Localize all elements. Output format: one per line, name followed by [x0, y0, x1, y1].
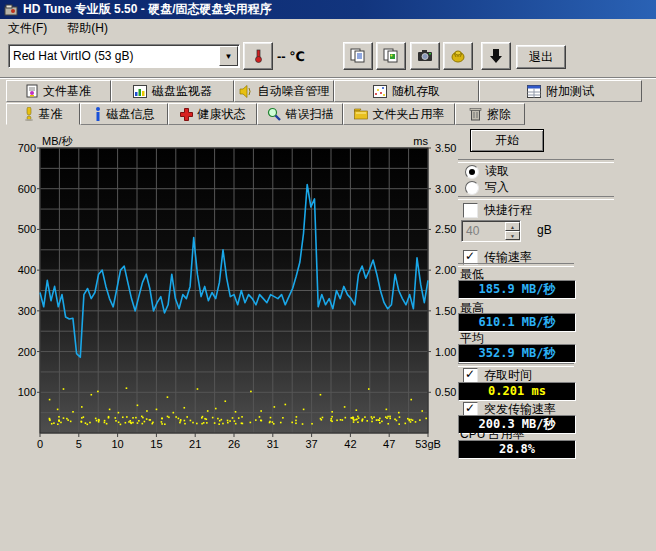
read-radio[interactable]: [465, 165, 479, 179]
tab-label: 错误扫描: [286, 106, 334, 123]
short-stroke-value: 40: [462, 224, 505, 238]
access-time-value: 0.201 ms: [458, 382, 576, 401]
tab-benchmark[interactable]: 基准: [6, 103, 80, 125]
svg-text:1.00: 1.00: [435, 346, 456, 358]
read-label: 读取: [485, 163, 509, 180]
tab-label: 随机存取: [392, 83, 440, 100]
tab-label: 文件基准: [43, 83, 91, 100]
download-arrow-icon: [488, 48, 504, 64]
benchmark-chart: 700600500400300200100MB/秒3.503.002.502.0…: [2, 136, 462, 456]
tab-label: 附加测试: [546, 83, 594, 100]
file-benchmark-icon: [26, 84, 38, 98]
svg-text:1.50: 1.50: [435, 305, 456, 317]
tab-folder-usage[interactable]: 文件夹占用率: [343, 103, 455, 125]
thermometer-icon: [251, 49, 265, 63]
svg-text:MB/秒: MB/秒: [42, 136, 74, 147]
temperature-button[interactable]: [243, 42, 273, 70]
tab-label: 健康状态: [198, 106, 246, 123]
svg-text:700: 700: [18, 142, 36, 154]
tab-file-benchmark[interactable]: 文件基准: [6, 80, 111, 102]
svg-text:10: 10: [111, 438, 123, 450]
download-button[interactable]: [481, 42, 511, 70]
svg-text:5: 5: [76, 438, 82, 450]
min-value: 185.9 MB/秒: [458, 280, 576, 299]
svg-text:42: 42: [344, 438, 356, 450]
toolbar: Red Hat VirtIO (53 gB) ▼ -- ℃: [0, 37, 656, 78]
aam-icon: [239, 85, 253, 98]
drive-select-value: Red Hat VirtIO (53 gB): [9, 49, 219, 63]
error-scan-icon: [267, 107, 281, 121]
svg-text:200: 200: [18, 346, 36, 358]
menu-bar: 文件(F) 帮助(H): [0, 19, 656, 37]
tab-extra-tests[interactable]: 附加测试: [479, 80, 642, 102]
window-title: HD Tune 专业版 5.50 - 硬盘/固态硬盘实用程序: [23, 1, 271, 18]
menu-help[interactable]: 帮助(H): [67, 20, 108, 37]
svg-text:100: 100: [18, 386, 36, 398]
temperature-value: -- ℃: [277, 49, 305, 64]
donate-icon: [450, 48, 466, 64]
tab-disk-info[interactable]: 磁盘信息: [80, 103, 168, 125]
tab-aam[interactable]: 自动噪音管理: [234, 80, 334, 102]
tab-error-scan[interactable]: 错误扫描: [257, 103, 343, 125]
erase-icon: [469, 107, 482, 121]
spin-up-icon[interactable]: ▲: [505, 222, 520, 231]
benchmark-icon: [24, 107, 34, 121]
svg-text:3.00: 3.00: [435, 183, 456, 195]
donate-button[interactable]: [443, 42, 473, 70]
tab-label: 文件夹占用率: [373, 106, 445, 123]
separator: [458, 196, 614, 200]
svg-text:600: 600: [18, 183, 36, 195]
spinner-arrows[interactable]: ▲▼: [505, 222, 520, 240]
svg-text:37: 37: [305, 438, 317, 450]
disk-monitor-icon: [133, 85, 147, 98]
tab-random-access[interactable]: 随机存取: [334, 80, 479, 102]
tab-label: 擦除: [487, 106, 511, 123]
camera-icon: [417, 48, 433, 64]
short-stroke-spinner[interactable]: 40 ▲▼: [461, 220, 521, 242]
short-stroke-unit: gB: [537, 223, 552, 237]
svg-text:21: 21: [189, 438, 201, 450]
svg-text:ms: ms: [413, 136, 428, 147]
svg-text:300: 300: [18, 305, 36, 317]
svg-text:15: 15: [150, 438, 162, 450]
svg-text:0: 0: [37, 438, 43, 450]
cpu-usage-value: 28.8%: [458, 440, 576, 459]
app-icon: [4, 3, 18, 17]
svg-text:3.50: 3.50: [435, 142, 456, 154]
spin-down-icon[interactable]: ▼: [505, 231, 520, 240]
screenshot-button[interactable]: [410, 42, 440, 70]
write-label: 写入: [485, 179, 509, 196]
copy-button[interactable]: [343, 42, 373, 70]
drive-select[interactable]: Red Hat VirtIO (53 gB) ▼: [8, 44, 240, 68]
copy-icon: [350, 48, 366, 64]
svg-text:47: 47: [383, 438, 395, 450]
svg-text:2.00: 2.00: [435, 264, 456, 276]
short-stroke-label: 快捷行程: [484, 202, 532, 219]
folder-usage-icon: [354, 108, 368, 120]
svg-text:500: 500: [18, 223, 36, 235]
extra-tests-icon: [527, 85, 541, 98]
short-stroke-checkbox[interactable]: [463, 203, 478, 218]
svg-text:400: 400: [18, 264, 36, 276]
start-button[interactable]: 开始: [470, 129, 544, 152]
dropdown-arrow-icon[interactable]: ▼: [219, 46, 238, 66]
menu-file[interactable]: 文件(F): [8, 20, 47, 37]
tab-row-1: 文件基准 磁盘监视器 自动噪音管理 随机存取 附加测试: [6, 80, 642, 102]
copy-image-icon: [383, 48, 399, 64]
tab-health[interactable]: 健康状态: [168, 103, 257, 125]
tab-label: 磁盘信息: [107, 106, 155, 123]
tab-label: 自动噪音管理: [258, 83, 330, 100]
access-time-checkbox[interactable]: [463, 368, 478, 383]
svg-text:31: 31: [267, 438, 279, 450]
avg-value: 352.9 MB/秒: [458, 344, 576, 363]
hdtune-window: HD Tune 专业版 5.50 - 硬盘/固态硬盘实用程序 文件(F) 帮助(…: [0, 0, 656, 551]
title-bar: HD Tune 专业版 5.50 - 硬盘/固态硬盘实用程序: [0, 0, 656, 19]
tab-erase[interactable]: 擦除: [455, 103, 525, 125]
copy-image-button[interactable]: [376, 42, 406, 70]
disk-info-icon: [94, 107, 102, 121]
tab-label: 磁盘监视器: [152, 83, 212, 100]
write-radio[interactable]: [465, 181, 479, 195]
exit-button[interactable]: 退出: [516, 45, 566, 69]
svg-text:2.50: 2.50: [435, 223, 456, 235]
tab-disk-monitor[interactable]: 磁盘监视器: [111, 80, 234, 102]
